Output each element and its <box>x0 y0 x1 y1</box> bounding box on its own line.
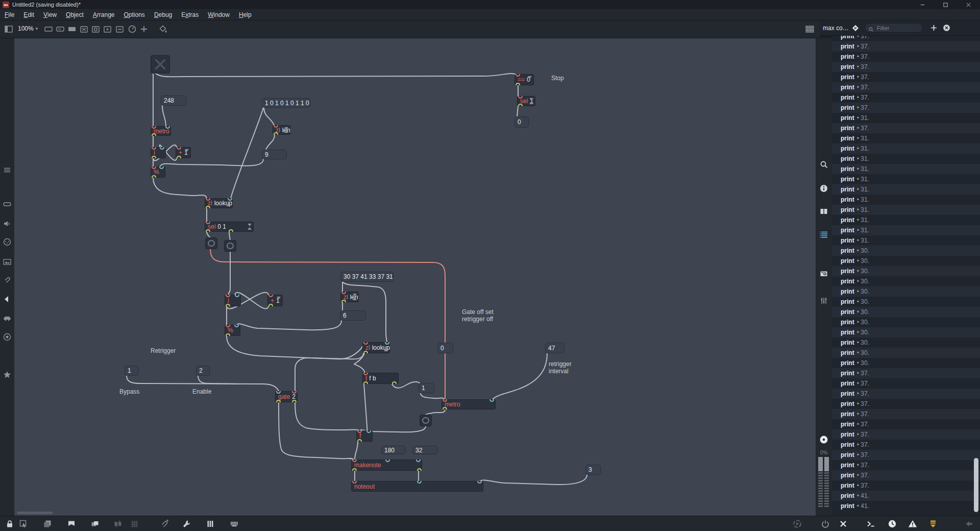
inlet-cold[interactable] <box>477 481 482 484</box>
obj-metro-2[interactable]: metro <box>442 399 496 409</box>
menu-view[interactable]: View <box>39 9 61 20</box>
menu-edit[interactable]: Edit <box>19 9 39 20</box>
console-log-row[interactable]: print• 31. <box>832 184 980 195</box>
cords-icon[interactable] <box>113 519 122 528</box>
console-log-row[interactable]: print• 37. <box>832 52 980 62</box>
console-log-row[interactable]: print• 30. <box>832 348 980 358</box>
console-log-row[interactable]: print• 37. <box>832 378 980 389</box>
camera-icon[interactable] <box>819 269 828 278</box>
console-log-row[interactable]: print• 37. <box>832 103 980 113</box>
console-log-row[interactable]: print• 37. <box>832 72 980 82</box>
console-log-row[interactable]: print• 30. <box>832 327 980 337</box>
clear-console-icon[interactable] <box>839 519 848 528</box>
minimize-button[interactable] <box>911 0 934 9</box>
patch-cord[interactable] <box>421 393 444 399</box>
console-log-row[interactable]: print• 37. <box>832 62 980 72</box>
lock-icon[interactable] <box>5 519 14 528</box>
maximize-button[interactable] <box>934 0 957 9</box>
button-2[interactable] <box>224 240 236 252</box>
menu-window[interactable]: Window <box>203 9 234 20</box>
zoom-dropdown[interactable]: 100%▾ <box>18 25 38 32</box>
patch-cord[interactable] <box>480 475 587 485</box>
obj-noteout[interactable]: noteout <box>351 481 483 492</box>
console-log-row[interactable]: print• 31. <box>832 205 980 215</box>
patcher-canvas[interactable]: 248metroi+1%1 0 1 0 1 0 1 1 0zllen9zlloo… <box>14 38 816 516</box>
obj-i-1[interactable]: i <box>151 147 166 158</box>
patch-cord[interactable] <box>364 384 368 430</box>
obj-metro-1[interactable]: metro <box>151 126 171 136</box>
outlet[interactable] <box>274 132 278 135</box>
console-log-row[interactable]: print• 30. <box>832 317 980 327</box>
terminal-icon[interactable] <box>866 519 875 528</box>
console-log-row[interactable]: print• 41. <box>832 491 980 501</box>
obj-tfb[interactable]: tf b <box>362 373 399 384</box>
keyboard-icon[interactable] <box>230 519 239 528</box>
select-icon[interactable] <box>19 519 28 528</box>
sidebar-toggle-icon[interactable] <box>4 25 13 34</box>
sliders-icon[interactable] <box>819 296 828 305</box>
inlet-hot[interactable] <box>226 295 230 297</box>
console-log-row[interactable]: print• 30. <box>832 337 980 348</box>
console-log-row[interactable]: print• 37. <box>832 480 980 491</box>
console-log-row[interactable]: print• 30. <box>832 246 980 256</box>
menu-arrange[interactable]: Arrange <box>88 9 119 20</box>
console-log-row[interactable]: print• 37. <box>832 440 980 450</box>
outlet[interactable] <box>292 400 297 402</box>
outlet[interactable] <box>206 229 210 232</box>
book-icon[interactable] <box>819 207 828 216</box>
msg-2-enable[interactable]: 2 <box>196 366 210 376</box>
console-log-row[interactable]: print• 37. <box>832 460 980 470</box>
inlet-hot[interactable] <box>357 430 362 433</box>
msg-0-mid[interactable]: 0 <box>437 343 453 353</box>
console-tab[interactable]: max con... <box>823 25 849 32</box>
obj-plus1-2[interactable]: +1 <box>267 295 283 306</box>
patch-cord[interactable] <box>207 232 210 237</box>
play-circle-icon[interactable] <box>793 519 802 528</box>
slider-tool-icon[interactable] <box>115 25 125 34</box>
console-log-row[interactable]: print• 30. <box>832 307 980 317</box>
patch-cord[interactable] <box>210 249 445 399</box>
console-log-row[interactable]: print• 37. <box>832 450 980 460</box>
outlet[interactable] <box>518 104 523 106</box>
obj-makenote[interactable]: makenote <box>351 460 422 471</box>
outlet[interactable] <box>152 175 156 178</box>
outlet[interactable] <box>152 156 156 158</box>
console-log-row[interactable]: print• 30. <box>832 276 980 286</box>
close-panel-icon[interactable] <box>943 24 950 32</box>
inlet-hot[interactable] <box>152 147 156 150</box>
patch-cord[interactable] <box>354 353 365 373</box>
console-log-row[interactable]: print• 30. <box>832 256 980 266</box>
console-log-row[interactable]: print• 31. <box>832 113 980 123</box>
msg-47[interactable]: 47 <box>545 343 565 353</box>
outlet[interactable] <box>363 351 368 353</box>
outlet[interactable] <box>363 381 368 384</box>
lens-icon[interactable] <box>3 332 12 342</box>
filter-input[interactable] <box>876 25 914 32</box>
console-log-row[interactable]: print• 37. <box>832 419 980 429</box>
dial-tool-icon[interactable] <box>128 25 137 34</box>
console-log-row[interactable]: print• 37. <box>832 123 980 133</box>
presentation-icon[interactable] <box>67 519 76 528</box>
msg-0-top[interactable]: 0 <box>514 116 529 128</box>
msg-1-retrig[interactable]: 1 <box>419 383 434 393</box>
patch-cord[interactable] <box>153 178 207 198</box>
midi-icon[interactable] <box>3 237 12 247</box>
obj-zl-lookup-1[interactable]: zllookup <box>205 198 233 208</box>
outlet[interactable] <box>443 407 447 409</box>
console-log-row[interactable]: print• 30. <box>832 266 980 276</box>
console-log-row[interactable]: print• 37. <box>832 470 980 480</box>
console-log-row[interactable]: print• 30. <box>832 286 980 297</box>
menu-help[interactable]: Help <box>234 9 256 20</box>
patch-cord[interactable] <box>295 402 359 430</box>
console-log-row[interactable]: print• 37. <box>832 429 980 440</box>
patch-cord[interactable] <box>493 353 547 399</box>
bucket-tool-icon[interactable] <box>158 25 167 34</box>
console-log-row[interactable]: print• 31. <box>832 133 980 143</box>
outlet[interactable] <box>226 304 230 306</box>
piano-icon[interactable] <box>206 519 215 528</box>
msg-32[interactable]: 32 <box>412 446 438 454</box>
inlet-hot[interactable] <box>292 391 297 394</box>
warning-icon[interactable] <box>908 519 917 528</box>
msg-180[interactable]: 180 <box>381 446 406 454</box>
outlet[interactable] <box>417 468 422 471</box>
